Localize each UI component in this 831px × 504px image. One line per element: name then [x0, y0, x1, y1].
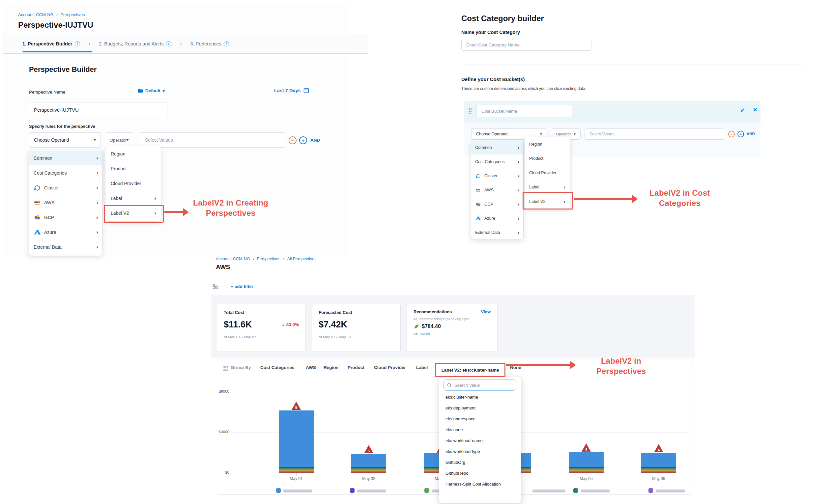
tab-label: 3. Preferences — [191, 41, 222, 47]
dropdown-option-eks-cluster-name[interactable]: eks:cluster-name — [446, 395, 478, 399]
menu-item-aws[interactable]: awsAWS› — [471, 183, 523, 197]
menu-item-gcp[interactable]: GCP› — [29, 210, 102, 225]
legend-label-clipped — [533, 490, 566, 493]
tab-budgets-reports-alerts[interactable]: 2. Budgets, Reports and Alerts i — [99, 41, 171, 47]
submenu-item-product[interactable]: Product — [524, 151, 570, 166]
card-title: Recommendations — [413, 309, 452, 314]
select-values-input[interactable]: Select Values — [140, 132, 285, 148]
tab-perspective-builder[interactable]: 1. Perspective Builder i — [22, 41, 80, 47]
menu-item-cluster[interactable]: Cluster› — [29, 180, 102, 195]
menu-item-common[interactable]: Common› — [29, 151, 102, 166]
breadcrumb-all-perspectives-link[interactable]: All Perspectives — [287, 257, 316, 261]
bar-may-02[interactable] — [351, 454, 386, 473]
menu-item-label: GCP — [44, 215, 54, 220]
groupby-item-cloud-provider[interactable]: Cloud Provider — [374, 365, 406, 370]
forecasted-cost-card: Forecasted Cost $7.42K of May 07 - May 1… — [312, 304, 401, 352]
chevron-right-icon: › — [518, 201, 519, 207]
dropdown-option-eks-workload-name[interactable]: eks:workload-name — [446, 438, 483, 443]
view-link[interactable]: View — [481, 309, 491, 314]
cc-name-input[interactable]: Enter Cost Category Name — [461, 39, 592, 51]
perspective-name-input[interactable]: Perspective-IUJTVU — [29, 102, 167, 117]
menu-item-azure[interactable]: Azure› — [29, 225, 102, 239]
operator-select[interactable]: Operator ▾ — [105, 132, 133, 148]
menu-item-azure[interactable]: Azure› — [471, 211, 523, 225]
gcp-icon — [34, 214, 41, 220]
submenu-item-cloud-provider[interactable]: Cloud Provider — [524, 166, 570, 180]
add-rule-button[interactable]: + — [299, 137, 307, 144]
filter-icon[interactable] — [212, 284, 219, 289]
chevron-down-icon: ▾ — [94, 138, 96, 142]
submenu-item-product[interactable]: Product — [106, 161, 161, 176]
submenu-item-label[interactable]: Label› — [106, 191, 161, 206]
bar-may-05[interactable] — [569, 452, 604, 473]
groupby-item-cost-categories[interactable]: Cost Categories — [260, 365, 294, 370]
breadcrumb-perspectives-link[interactable]: Perspectives — [257, 257, 280, 261]
legend-label-clipped — [656, 490, 685, 493]
dropdown-option-eks-node[interactable]: eks:node — [446, 427, 463, 432]
drag-handle-icon[interactable] — [468, 108, 472, 114]
menu-item-label: Cluster — [484, 174, 497, 178]
cost-category-title: Cost Category builder — [461, 14, 544, 23]
dropdown-option-eks-deployment[interactable]: eks:deployment — [446, 406, 476, 410]
y-axis-tick: $6000 — [211, 389, 229, 393]
submenu-item-cloud-provider[interactable]: Cloud Provider — [106, 176, 161, 191]
bar-may-06[interactable] — [641, 453, 676, 473]
choose-operand-select[interactable]: Choose Operand ▾ — [29, 132, 101, 148]
dropdown-option-eks-namespace[interactable]: eks:namespace — [446, 416, 476, 421]
menu-item-gcp[interactable]: GCP› — [471, 197, 523, 211]
groupby-item-region[interactable]: Region — [323, 365, 339, 370]
dropdown-option-harness-split-cost-allocation[interactable]: Harness-Split Cost Allocation — [446, 482, 501, 486]
menu-item-external-data[interactable]: External Data› — [29, 239, 102, 254]
chevron-right-icon: › — [89, 40, 91, 47]
perspective-name-value: Perspective-IUJTVU — [34, 107, 79, 113]
close-bucket-button[interactable]: × — [753, 106, 757, 114]
menu-item-label: External Data — [475, 230, 500, 235]
y-axis-tick: $0 — [211, 470, 229, 474]
bucket-name-input[interactable]: Cost Bucket Name — [477, 105, 572, 117]
remove-rule-button[interactable]: − — [289, 137, 296, 144]
annotation-perspectives: LabelV2 in Perspectives — [590, 356, 652, 376]
cc-labelv2-highlight-box — [523, 192, 573, 209]
dropdown-option-eks-workload-type[interactable]: eks:workload-type — [446, 449, 480, 454]
chevron-right-icon: › — [96, 199, 98, 206]
bar-may-01[interactable] — [279, 410, 314, 473]
groupby-labelv2-box[interactable]: Label V2: eks:cluster-name — [435, 363, 506, 377]
date-range-picker[interactable]: Last 7 Days — [274, 88, 309, 93]
dropdown-option-githuborg[interactable]: GithubOrg — [446, 460, 465, 465]
add-filter-link[interactable]: + add filter — [231, 284, 253, 289]
menu-item-common[interactable]: Common› — [471, 140, 523, 154]
menu-item-cost-categories[interactable]: Cost Categories› — [29, 166, 102, 180]
submenu-item-region[interactable]: Region — [106, 146, 161, 161]
chevron-right-icon: › — [518, 187, 519, 193]
submenu-item-region[interactable]: Region — [524, 137, 570, 151]
chevron-down-icon: ▾ — [540, 132, 542, 137]
search-value-input[interactable]: Search Value — [443, 380, 516, 391]
legend-swatch — [649, 488, 653, 493]
confirm-bucket-button[interactable]: ✓ — [740, 107, 745, 114]
total-cost-value: $11.6K — [224, 320, 252, 330]
breadcrumb-perspectives-link[interactable]: Perspectives — [60, 12, 85, 17]
cc-select-values-input[interactable]: Select Values — [584, 128, 724, 140]
leaf-icon — [413, 324, 420, 329]
aws-icon: aws — [34, 200, 41, 206]
breadcrumb-account-link[interactable]: Account: CCM-NG — [216, 257, 250, 261]
groupby-item-aws[interactable]: AWS — [306, 365, 316, 370]
groupby-item-label[interactable]: Label — [416, 365, 428, 370]
page-title: Perspective-IUJTVU — [18, 21, 93, 30]
folder-select[interactable]: Default ▾ — [138, 88, 165, 93]
dropdown-option-githubrepo[interactable]: GithubRepo — [446, 471, 468, 476]
breadcrumb-account-link[interactable]: Account: CCM-NG — [18, 12, 54, 17]
cc-add-rule-button[interactable]: + — [738, 131, 744, 137]
card-period: of May 07 - May 13 — [319, 335, 394, 339]
menu-item-cluster[interactable]: Cluster› — [471, 169, 523, 183]
tab-preferences[interactable]: 3. Preferences i — [191, 41, 229, 47]
operand-placeholder: Choose Operand — [34, 137, 69, 143]
wizard-tabstrip: 1. Perspective Builder i › 2. Budgets, R… — [3, 34, 368, 54]
menu-item-aws[interactable]: awsAWS› — [29, 195, 102, 210]
cc-remove-rule-button[interactable]: − — [728, 131, 735, 137]
groupby-item-product[interactable]: Product — [348, 365, 365, 370]
menu-item-label: Common — [34, 155, 52, 161]
x-axis-tick — [659, 473, 659, 475]
menu-item-external-data[interactable]: External Data› — [471, 225, 523, 239]
menu-item-cost-categories[interactable]: Cost Categories› — [471, 154, 523, 169]
